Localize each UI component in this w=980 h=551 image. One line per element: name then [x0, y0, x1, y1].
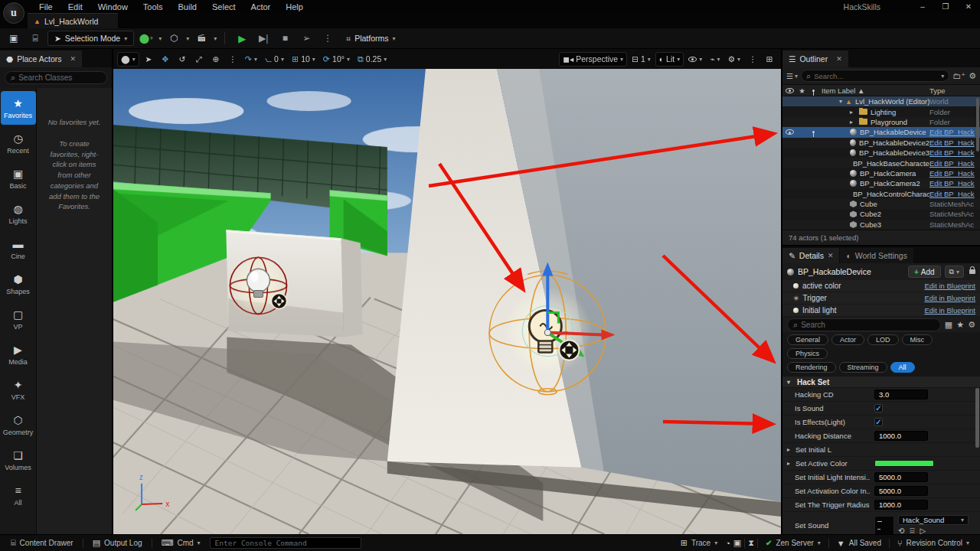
- menu-file[interactable]: File: [32, 2, 60, 12]
- outliner-search[interactable]: ⌕ ▾: [801, 70, 949, 82]
- category-media[interactable]: ▶Media: [1, 337, 36, 371]
- category-volumes[interactable]: ❏Volumes: [1, 443, 36, 477]
- cinematics-icon[interactable]: 🎬︎: [192, 31, 211, 46]
- add-component-button[interactable]: +Add: [908, 266, 941, 278]
- close-icon[interactable]: ✕: [836, 55, 842, 63]
- output-log-button[interactable]: ▤ Output Log: [88, 535, 147, 551]
- outliner-row-actor[interactable]: BP_HackableDevice2 Edit BP_Hack: [782, 138, 980, 148]
- search-options-caret[interactable]: ▾: [941, 73, 944, 80]
- category-favorites[interactable]: ★Favorites: [1, 91, 36, 125]
- cmd-dropdown[interactable]: ⌨ Cmd▾: [157, 535, 205, 551]
- pin-column-icon[interactable]: [812, 90, 815, 92]
- is-effects-checkbox[interactable]: ✓: [874, 418, 883, 426]
- rotation-snap-dropdown[interactable]: ⟳10°▾: [320, 52, 353, 67]
- details-scrollbar[interactable]: [975, 388, 979, 448]
- close-button[interactable]: ✕: [957, 2, 980, 11]
- sound-asset-dropdown[interactable]: Hack_Sound▾: [898, 515, 969, 525]
- minimize-button[interactable]: –: [911, 2, 934, 11]
- outliner-row-actor[interactable]: BP_HackCamera Edit BP_Hack: [782, 168, 980, 178]
- browse-to-asset-icon[interactable]: ⌸: [910, 527, 914, 534]
- category-all[interactable]: ≡All: [1, 478, 36, 512]
- filter-lod[interactable]: LOD: [867, 334, 899, 345]
- add-actor-caret[interactable]: ▾: [158, 35, 162, 42]
- restore-button[interactable]: ❐: [934, 2, 957, 11]
- scale-tool[interactable]: ⤢: [191, 52, 207, 67]
- blueprints-icon[interactable]: ⬡: [165, 31, 183, 46]
- world-settings-tab[interactable]: ◐ World Settings: [840, 248, 913, 263]
- quad-layout-icon[interactable]: ⊞: [762, 52, 777, 67]
- outliner-row-actor-selected[interactable]: BP_HackableDevice Edit BP_Hack: [782, 127, 980, 137]
- visibility-column-icon[interactable]: [786, 88, 794, 93]
- level-tab[interactable]: ▲ Lvl_HackWorld: [28, 13, 118, 28]
- menu-select[interactable]: Select: [205, 2, 243, 12]
- hacking-distance-input[interactable]: 1000.0: [874, 431, 928, 441]
- world-local-toggle[interactable]: ⊕: [208, 52, 224, 67]
- angle-snap-dropdown[interactable]: ⦦0▾: [262, 52, 287, 67]
- scale-snap-dropdown[interactable]: ⧉0.25▾: [354, 52, 390, 67]
- move-tool[interactable]: ✥: [158, 52, 173, 67]
- sound-asset-thumbnail[interactable]: [874, 516, 894, 535]
- trigger-radius-input[interactable]: 1000.0: [874, 500, 928, 510]
- blueprints-caret[interactable]: ▾: [186, 35, 189, 42]
- grid-snap-dropdown[interactable]: ⊞10▾: [289, 52, 318, 67]
- filter-physics[interactable]: Physics: [787, 348, 828, 359]
- category-vfx[interactable]: ✦VFX: [1, 373, 36, 406]
- platforms-dropdown[interactable]: ⌗ Platforms ▾: [340, 31, 401, 46]
- save-icon[interactable]: ▣: [5, 31, 23, 46]
- perspective-dropdown[interactable]: ◼◂Perspective▾: [559, 52, 627, 67]
- trace-dropdown[interactable]: ⊞ Trace▾: [676, 538, 722, 548]
- hack-set-section-header[interactable]: ▾ Hack Set: [782, 376, 980, 388]
- edit-in-blueprint-link[interactable]: Edit in Blueprint: [924, 306, 975, 315]
- edit-blueprint-link[interactable]: Edit BP_Hack: [929, 148, 980, 157]
- lock-icon[interactable]: [969, 269, 975, 274]
- launch-button[interactable]: ➢: [297, 31, 315, 46]
- outliner-tab[interactable]: ☰ Outliner ✕: [782, 51, 848, 67]
- initial-light-intensity-input[interactable]: 5000.0: [874, 472, 928, 482]
- visibility-eye-icon[interactable]: [786, 129, 794, 135]
- activation-color-intensity-input[interactable]: 5000.0: [874, 486, 928, 496]
- category-basic[interactable]: ▣Basic: [1, 161, 36, 195]
- details-settings-icon[interactable]: ⚙: [968, 320, 975, 330]
- play-sound-icon[interactable]: ▷: [920, 527, 926, 534]
- menu-actor[interactable]: Actor: [244, 2, 278, 12]
- menu-help[interactable]: Help: [279, 2, 310, 12]
- pin-icon[interactable]: [812, 131, 815, 133]
- filter-rendering[interactable]: Rendering: [787, 362, 836, 373]
- snapshot-icon[interactable]: ◔: [725, 539, 730, 548]
- category-geometry[interactable]: ⬡Geometry: [1, 408, 36, 442]
- outliner-row-folder[interactable]: ▸Lighting Folder: [782, 106, 980, 116]
- edit-blueprint-link[interactable]: Edit BP_Hack: [929, 128, 980, 136]
- chevron-right-icon[interactable]: ▸: [787, 460, 793, 467]
- outliner-row-staticmesh[interactable]: Cube StaticMeshAc: [782, 199, 980, 209]
- outliner-row-actor[interactable]: BP_HackableDevice3 Edit BP_Hack: [782, 148, 980, 158]
- category-recent[interactable]: ◷Recent: [1, 126, 36, 160]
- filter-misc[interactable]: Misc: [902, 334, 933, 345]
- close-icon[interactable]: ✕: [70, 55, 77, 63]
- outliner-row-staticmesh[interactable]: Cube3 StaticMeshAc: [782, 220, 980, 230]
- hourglass-icon[interactable]: ⧗: [748, 538, 754, 548]
- component-trigger[interactable]: ✳ Trigger Edit in Blueprint: [782, 292, 980, 305]
- edit-blueprint-link[interactable]: Edit BP_Hack: [929, 169, 980, 178]
- outliner-row-level[interactable]: ▾▲Lvl_HackWorld (Editor) World: [782, 96, 980, 106]
- category-vp[interactable]: ▢VP: [1, 302, 36, 336]
- is-sound-checkbox[interactable]: ✓: [874, 404, 883, 412]
- item-label-column[interactable]: Item Label ▲: [819, 86, 929, 95]
- details-tab[interactable]: ✎ Details ✕: [782, 248, 839, 263]
- viewport[interactable]: ⬤▾ ➤ ✥ ↺ ⤢ ⊕ ⋮ ↷▾ ⦦0▾ ⊞10▾ ⟳10°▾ ⧉0.25▾ …: [113, 49, 781, 534]
- type-column[interactable]: Type: [929, 86, 980, 95]
- cinematics-caret[interactable]: ▾: [214, 35, 217, 42]
- details-search-input[interactable]: [801, 321, 935, 329]
- optimization-dropdown[interactable]: ⌁▾: [707, 52, 723, 67]
- component-hierarchy-dropdown[interactable]: ⧉▾: [945, 266, 964, 278]
- outliner-row-actor[interactable]: BP_HackControlCharacter Edit BP_Hack: [782, 189, 980, 199]
- select-tool[interactable]: ➤: [141, 52, 156, 67]
- viewport-settings-dropdown[interactable]: ⚙▾: [725, 52, 743, 67]
- filter-all[interactable]: All: [890, 362, 915, 373]
- menu-window[interactable]: Window: [91, 2, 135, 12]
- menu-tools[interactable]: Tools: [136, 2, 170, 12]
- scene-3d[interactable]: z x: [113, 69, 781, 534]
- screen-percentage-dropdown[interactable]: ⊟1▾: [629, 52, 654, 67]
- outliner-scrollbar[interactable]: [976, 98, 979, 152]
- console-command-input[interactable]: [210, 537, 361, 549]
- category-lights[interactable]: ◍Lights: [1, 197, 36, 230]
